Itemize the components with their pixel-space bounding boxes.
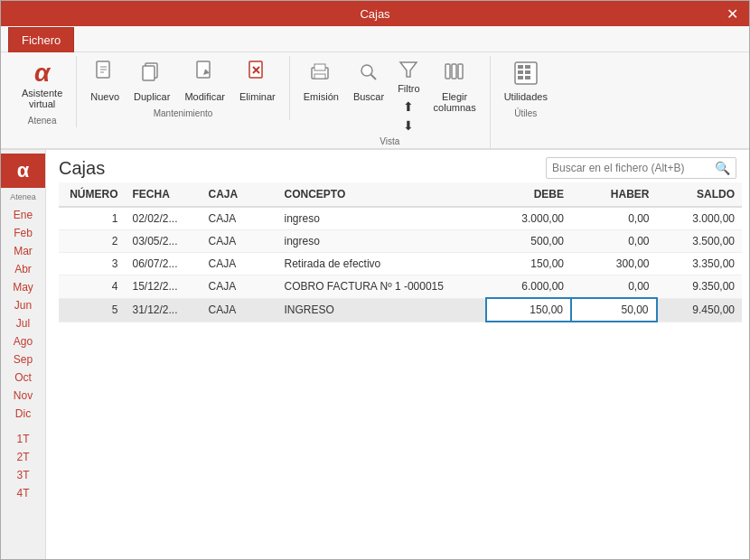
- nuevo-button[interactable]: Nuevo: [84, 56, 126, 107]
- table-row[interactable]: 1 02/02/2... CAJA ingreso 3.000,00 0,00 …: [59, 207, 742, 230]
- emision-button[interactable]: Emisión: [297, 56, 345, 107]
- nuevo-icon: [94, 61, 116, 89]
- sidebar: α Atenea Ene Feb Mar Abr May Jun Jul Ago…: [1, 150, 46, 559]
- sort-desc-button[interactable]: ⬇: [392, 117, 425, 135]
- sort-asc-button[interactable]: ⬆: [392, 98, 425, 116]
- search-icon: 🔍: [715, 161, 730, 175]
- cell-fecha: 06/07/2...: [126, 253, 202, 275]
- asistente-label: Asistentevirtual: [22, 88, 62, 109]
- cell-saldo: 9.350,00: [657, 275, 743, 299]
- sidebar-item-oct[interactable]: Oct: [1, 369, 45, 387]
- title-bar: Cajas ✕: [1, 1, 749, 26]
- filtro-button[interactable]: Filtro: [392, 56, 425, 97]
- cell-fecha: 03/05/2...: [126, 230, 202, 253]
- cell-concepto: ingreso: [277, 207, 486, 230]
- ribbon-group-asistente: α Asistentevirtual Atenea: [8, 56, 77, 127]
- sidebar-item-ago[interactable]: Ago: [1, 332, 45, 350]
- sidebar-item-jun[interactable]: Jun: [1, 296, 45, 314]
- tab-fichero[interactable]: Fichero: [8, 27, 74, 52]
- svg-rect-12: [314, 64, 325, 70]
- col-fecha: FECHA: [126, 182, 202, 207]
- modificar-button[interactable]: Modificar: [178, 56, 231, 107]
- cell-debe: 150,00: [486, 253, 572, 275]
- svg-rect-17: [445, 64, 450, 79]
- sidebar-brand: α: [1, 154, 45, 188]
- col-haber: HABER: [571, 182, 657, 207]
- sort-desc-icon: ⬇: [403, 118, 414, 133]
- buscar-button[interactable]: Buscar: [347, 56, 390, 107]
- sidebar-item-may[interactable]: May: [1, 278, 45, 296]
- main-content: Cajas 🔍 NÚMERO FECHA CAJA CONCEPTO: [46, 150, 749, 559]
- cajas-table: NÚMERO FECHA CAJA CONCEPTO DEBE HABER SA…: [59, 182, 742, 322]
- cell-concepto: ingreso: [277, 230, 486, 253]
- table-row[interactable]: 3 06/07/2... CAJA Retirada de efectivo 1…: [59, 253, 742, 275]
- utilidades-label: Utilidades: [504, 91, 548, 102]
- sidebar-item-3t[interactable]: 3T: [1, 466, 45, 484]
- cell-haber: 300,00: [571, 253, 657, 275]
- cell-numero: 5: [59, 298, 126, 322]
- sidebar-item-sep[interactable]: Sep: [1, 350, 45, 369]
- sidebar-item-jul[interactable]: Jul: [1, 314, 45, 332]
- svg-rect-19: [458, 64, 463, 79]
- cell-haber: 0,00: [571, 275, 657, 299]
- duplicar-label: Duplicar: [134, 91, 170, 102]
- cell-concepto: INGRESO: [277, 298, 486, 322]
- sidebar-item-1t[interactable]: 1T: [1, 430, 45, 448]
- table-container: NÚMERO FECHA CAJA CONCEPTO DEBE HABER SA…: [46, 182, 749, 559]
- ribbon-group-utiles: Utilidades Útiles: [491, 56, 561, 120]
- cell-caja: CAJA: [202, 298, 277, 322]
- cell-caja: CAJA: [202, 253, 277, 275]
- buscar-label: Buscar: [353, 91, 384, 102]
- duplicar-button[interactable]: Duplicar: [127, 56, 176, 107]
- sidebar-item-feb[interactable]: Feb: [1, 224, 45, 242]
- cell-debe: 6.000,00: [486, 275, 572, 299]
- filtro-icon: [398, 59, 418, 81]
- window-title: Cajas: [28, 7, 722, 21]
- utilidades-button[interactable]: Utilidades: [498, 56, 554, 107]
- sidebar-item-abr[interactable]: Abr: [1, 260, 45, 278]
- svg-rect-21: [518, 65, 523, 69]
- cell-haber: 50,00: [571, 298, 657, 322]
- search-input[interactable]: [552, 162, 715, 174]
- sidebar-item-dic[interactable]: Dic: [1, 405, 45, 423]
- svg-rect-24: [525, 70, 530, 74]
- utilidades-icon: [513, 61, 539, 89]
- sidebar-item-ene[interactable]: Ene: [1, 206, 45, 224]
- eliminar-button[interactable]: Eliminar: [233, 56, 282, 107]
- sidebar-item-mar[interactable]: Mar: [1, 242, 45, 260]
- svg-rect-18: [452, 64, 456, 79]
- cell-haber: 0,00: [571, 230, 657, 253]
- page-title: Cajas: [59, 158, 105, 179]
- search-box: 🔍: [546, 157, 736, 179]
- cell-saldo: 3.000,00: [657, 207, 743, 230]
- svg-point-14: [361, 65, 372, 76]
- sidebar-item-4t[interactable]: 4T: [1, 484, 45, 502]
- svg-rect-25: [518, 76, 523, 79]
- buscar-icon: [358, 61, 380, 89]
- table-row[interactable]: 2 03/05/2... CAJA ingreso 500,00 0,00 3.…: [59, 230, 742, 253]
- ribbon-group-vista: Emisión Buscar Filtro: [290, 56, 491, 148]
- table-row[interactable]: 5 31/12/2... CAJA INGRESO 150,00 50,00 9…: [59, 298, 742, 322]
- cell-caja: CAJA: [202, 275, 277, 299]
- cell-debe: 3.000,00: [486, 207, 572, 230]
- group-utiles-label: Útiles: [514, 108, 537, 120]
- elegir-columnas-button[interactable]: Elegircolumnas: [427, 56, 483, 117]
- svg-rect-23: [525, 65, 530, 69]
- main-header: Cajas 🔍: [46, 150, 749, 182]
- elegir-columnas-icon: [444, 61, 465, 89]
- sidebar-item-nov[interactable]: Nov: [1, 387, 45, 405]
- asistente-virtual-button[interactable]: α Asistentevirtual: [15, 56, 69, 114]
- close-button[interactable]: ✕: [722, 4, 742, 23]
- filtro-label: Filtro: [398, 83, 419, 94]
- cell-fecha: 02/02/2...: [126, 207, 202, 230]
- sidebar-divider-1: [1, 423, 45, 430]
- ribbon-toolbar: α Asistentevirtual Atenea Nuevo: [1, 52, 749, 150]
- group-mantenimiento-label: Mantenimiento: [154, 108, 213, 120]
- col-caja: CAJA: [202, 182, 277, 207]
- table-row[interactable]: 4 15/12/2... CAJA COBRO FACTURA Nº 1 -00…: [59, 275, 742, 299]
- sidebar-item-2t[interactable]: 2T: [1, 448, 45, 466]
- svg-line-15: [371, 75, 377, 80]
- cell-fecha: 31/12/2...: [126, 298, 202, 322]
- eliminar-icon: [247, 61, 268, 89]
- group-vista-label: Vista: [380, 136, 399, 148]
